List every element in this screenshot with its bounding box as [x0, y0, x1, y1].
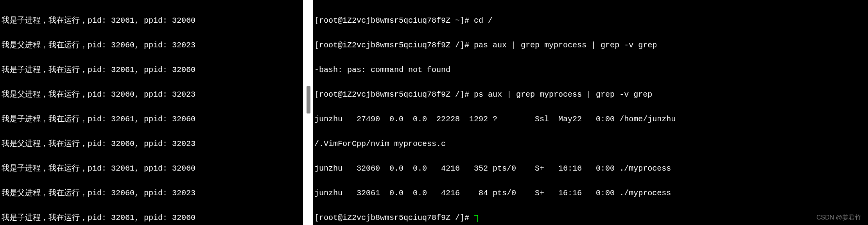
- terminal-line: [root@iZ2vcjb8wmsr5qciuq78f9Z ~]# cd /: [314, 16, 866, 25]
- terminal-prompt: [root@iZ2vcjb8wmsr5qciuq78f9Z /]#: [314, 213, 474, 222]
- terminal-line: 我是父进程，我在运行，pid: 32060, ppid: 32023: [2, 140, 301, 148]
- terminal-line: 我是父进程，我在运行，pid: 32060, ppid: 32023: [2, 189, 301, 197]
- terminal-line: 我是子进程，我在运行，pid: 32061, ppid: 32060: [2, 66, 301, 74]
- terminal-line: 我是子进程，我在运行，pid: 32061, ppid: 32060: [2, 16, 301, 25]
- scrollbar-thumb[interactable]: [307, 86, 310, 113]
- terminal-line: 我是父进程，我在运行，pid: 32060, ppid: 32023: [2, 90, 301, 99]
- terminal-line: 我是子进程，我在运行，pid: 32061, ppid: 32060: [2, 214, 301, 222]
- terminal-prompt-line: [root@iZ2vcjb8wmsr5qciuq78f9Z /]#: [314, 214, 866, 222]
- terminal-line: 我是父进程，我在运行，pid: 32060, ppid: 32023: [2, 41, 301, 49]
- terminal-line: junzhu 32061 0.0 0.0 4216 84 pts/0 S+ 16…: [314, 189, 866, 197]
- terminal-line: 我是子进程，我在运行，pid: 32061, ppid: 32060: [2, 115, 301, 123]
- terminal-line: [root@iZ2vcjb8wmsr5qciuq78f9Z /]# pas au…: [314, 41, 866, 49]
- terminal-line: junzhu 32060 0.0 0.0 4216 352 pts/0 S+ 1…: [314, 164, 866, 173]
- right-terminal-pane[interactable]: [root@iZ2vcjb8wmsr5qciuq78f9Z ~]# cd / […: [313, 0, 868, 225]
- left-terminal-pane[interactable]: 我是子进程，我在运行，pid: 32061, ppid: 32060 我是父进程…: [0, 0, 303, 225]
- watermark: CSDN @姜君竹: [816, 214, 861, 222]
- terminal-line: -bash: pas: command not found: [314, 66, 866, 74]
- terminal-line: 我是子进程，我在运行，pid: 32061, ppid: 32060: [2, 164, 301, 173]
- terminal-line: junzhu 27490 0.0 0.0 22228 1292 ? Ssl Ma…: [314, 115, 866, 123]
- terminal-line: [root@iZ2vcjb8wmsr5qciuq78f9Z /]# ps aux…: [314, 90, 866, 99]
- pane-divider[interactable]: [303, 0, 313, 225]
- cursor-icon: [474, 215, 478, 222]
- terminal-line: /.VimForCpp/nvim myprocess.c: [314, 140, 866, 148]
